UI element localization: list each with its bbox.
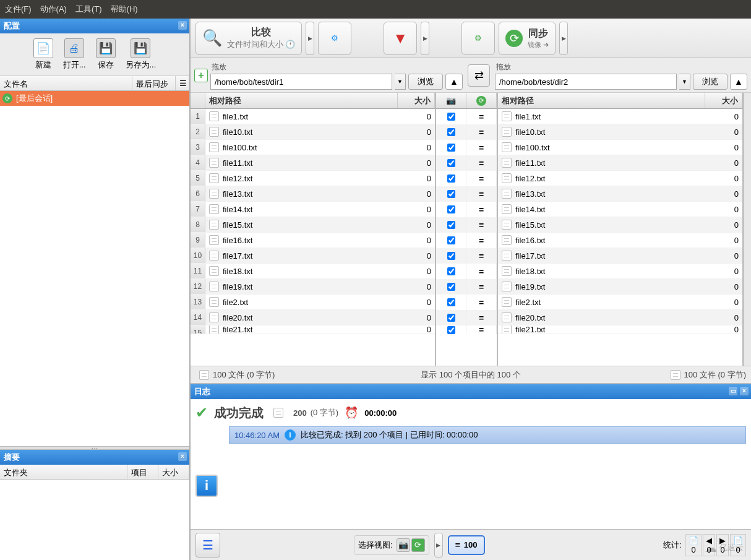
action-row[interactable]: = [436,217,497,233]
table-row[interactable]: file100.txt 0 [498,140,742,155]
cloud-drive-icon[interactable]: ▲ [730,74,747,90]
table-row[interactable]: 5 file12.txt 0 [191,171,435,186]
menu-help[interactable]: 帮助(H) [111,4,138,15]
compare-settings-button[interactable]: ⚙ [318,22,351,55]
close-icon[interactable]: × [178,21,187,30]
include-checkbox[interactable] [447,283,455,291]
chevron-down-icon[interactable]: ▼ [395,74,406,90]
table-row[interactable]: file19.txt 0 [498,279,742,295]
table-row[interactable]: file17.txt 0 [498,248,742,264]
sync-icon[interactable]: ⟳ [411,538,425,552]
log-entry[interactable]: 10:46:20 AM i 比较已完成: 找到 200 个项目 | 已用时间: … [229,426,746,444]
table-row[interactable]: file18.txt 0 [498,264,742,279]
table-row[interactable]: file2.txt 0 [498,295,742,310]
table-row[interactable]: 15 file21.txt 0 [191,325,435,334]
selected-view-button[interactable]: = 100 [448,535,485,555]
table-row[interactable]: file11.txt 0 [498,155,742,171]
include-checkbox[interactable] [447,174,455,183]
include-checkbox[interactable] [447,267,455,275]
include-checkbox[interactable] [447,326,455,334]
open-button[interactable]: 🖨打开... [61,37,88,72]
include-checkbox[interactable] [447,314,455,322]
table-row[interactable]: 6 file13.txt 0 [191,186,435,202]
table-row[interactable]: file1.txt 0 [498,109,742,124]
size-header[interactable]: 大小 [705,93,742,108]
browse-left-button[interactable]: 浏览 [408,74,443,90]
compare-dropdown[interactable]: ▶ [306,22,314,55]
camera-icon[interactable]: 📷 [397,538,410,552]
action-row[interactable]: = [436,124,497,140]
summary-list[interactable] [0,480,189,560]
left-path-input[interactable] [210,74,392,90]
browse-right-button[interactable]: 浏览 [693,74,727,90]
add-path-button[interactable]: + [194,69,208,82]
table-row[interactable]: file15.txt 0 [498,217,742,233]
size-header[interactable]: 大小 [398,93,435,108]
table-row[interactable]: 8 file15.txt 0 [191,217,435,233]
table-row[interactable]: file12.txt 0 [498,171,742,186]
close-icon[interactable]: × [740,387,749,395]
action-row[interactable]: = [436,325,497,334]
items-header[interactable]: 项目 [127,465,158,479]
table-row[interactable]: 11 file18.txt 0 [191,264,435,279]
action-row[interactable]: = [436,310,497,325]
size-header[interactable]: 大小 [158,465,189,479]
include-checkbox[interactable] [447,190,455,198]
include-checkbox[interactable] [447,159,455,167]
action-row[interactable]: = [436,233,497,248]
info-icon[interactable]: i [195,475,218,497]
saveas-button[interactable]: 💾另存为... [123,37,159,72]
new-button[interactable]: 📄新建 [31,37,56,72]
filename-header[interactable]: 文件名 [0,76,132,90]
table-row[interactable]: 1 file1.txt 0 [191,109,435,124]
include-checkbox[interactable] [447,205,455,213]
include-checkbox[interactable] [447,221,455,229]
action-row[interactable]: = [436,295,497,310]
include-checkbox[interactable] [447,252,455,260]
minimize-icon[interactable]: ▭ [729,387,737,395]
view-dropdown[interactable]: ▶ [434,533,443,558]
folder-header[interactable]: 文件夹 [0,465,127,479]
table-row[interactable]: file21.txt 0 [498,325,742,334]
sync-settings-button[interactable]: ⚙ [461,22,495,55]
action-row[interactable]: = [436,248,497,264]
table-row[interactable]: 2 file10.txt 0 [191,124,435,140]
table-row[interactable]: 7 file14.txt 0 [191,202,435,217]
table-row[interactable]: file10.txt 0 [498,124,742,140]
action-row[interactable]: = [436,140,497,155]
table-row[interactable]: file14.txt 0 [498,202,742,217]
action-row[interactable]: = [436,264,497,279]
list-view-icon[interactable]: ☰ [176,76,189,90]
include-checkbox[interactable] [447,128,455,136]
session-list[interactable]: ⟳ [最后会话] [0,91,189,446]
table-row[interactable]: 14 file20.txt 0 [191,310,435,325]
include-checkbox[interactable] [447,144,455,152]
filter-dropdown[interactable]: ▶ [421,22,429,55]
list-view-button[interactable]: ☰ [195,533,220,558]
table-row[interactable]: 10 file17.txt 0 [191,248,435,264]
sync-icon[interactable]: ⟳ [466,93,497,108]
lastsync-header[interactable]: 最后同步 [132,76,176,90]
menu-file[interactable]: 文件(F) [5,4,32,15]
right-file-list[interactable]: file1.txt 0 file10.txt 0 file100.txt 0 f… [498,109,742,366]
save-button[interactable]: 💾保存 [93,37,118,72]
sync-dropdown[interactable]: ▶ [559,22,568,55]
left-file-list[interactable]: 1 file1.txt 0 2 file10.txt 0 3 file100.t… [191,109,435,366]
action-row[interactable]: = [436,202,497,217]
scrollbar[interactable] [744,93,751,366]
action-row[interactable]: = [436,186,497,202]
action-row[interactable]: = [436,279,497,295]
table-row[interactable]: 4 file11.txt 0 [191,155,435,171]
table-row[interactable]: 3 file100.txt 0 [191,140,435,155]
path-header[interactable]: 相对路径 [205,93,398,108]
cloud-drive-icon[interactable]: ▲ [445,74,463,90]
include-checkbox[interactable] [447,298,455,306]
filter-button[interactable]: ▼ [384,22,417,55]
sync-button[interactable]: ⟳ 同步 镜像 ➜ [499,22,556,55]
swap-paths-button[interactable]: ⇄ [468,64,490,87]
action-list[interactable]: = = = = = = = = = [436,109,497,366]
action-row[interactable]: = [436,155,497,171]
path-header[interactable]: 相对路径 [498,93,705,108]
table-row[interactable]: 13 file2.txt 0 [191,295,435,310]
action-row[interactable]: = [436,109,497,124]
